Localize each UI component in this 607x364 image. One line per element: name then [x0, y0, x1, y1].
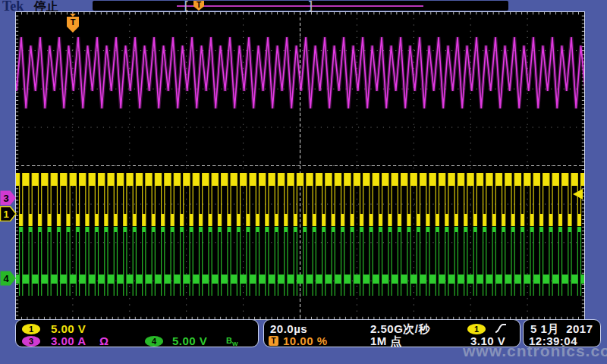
trace-ch4-cap [407, 227, 410, 232]
trace-ch4-edge [530, 227, 530, 296]
trace-ch4-band [335, 275, 341, 284]
trace-ch4-edge [486, 227, 486, 296]
trace-ch1-edge [445, 173, 445, 226]
trace-ch4-cap [275, 227, 278, 232]
trace-ch4-edge [32, 227, 33, 296]
trace-ch1-low [114, 214, 117, 226]
trace-ch1-high [32, 173, 38, 186]
trace-ch4-cap [67, 227, 70, 232]
trace-ch4-edge [448, 227, 448, 296]
trace-ch4-edge [249, 227, 250, 296]
trace-ch1-edge [208, 173, 209, 226]
trace-ch4-cap [370, 227, 373, 232]
trace-ch4-edge [142, 227, 143, 296]
trace-ch1-low [152, 214, 155, 226]
trace-ch4-band [51, 275, 57, 284]
trace-ch1-low [407, 214, 410, 226]
record-overview-bar[interactable]: [ ] T [93, 1, 508, 11]
trace-ch1-low [162, 214, 165, 226]
trace-ch1-high [184, 173, 190, 186]
trace-ch4-edge [464, 227, 464, 296]
trace-ch4-edge [294, 227, 294, 296]
trace-ch4-cap [190, 227, 193, 232]
trace-ch1-high [212, 173, 218, 186]
trace-ch1-low [426, 214, 429, 226]
trace-ch1-edge [454, 173, 455, 226]
trace-ch4-cap [549, 227, 552, 232]
trace-ch1-edge [133, 173, 134, 226]
trace-ch1-high [80, 173, 86, 186]
trace-ch4-edge [183, 227, 184, 296]
trace-ch4-edge [47, 227, 48, 296]
trigger-source-badge: 1 [467, 324, 486, 334]
trace-ch4-edge [246, 227, 247, 296]
trace-ch4-cap [322, 227, 326, 232]
trace-ch1-low [351, 214, 354, 226]
trace-ch1-low [322, 214, 326, 226]
trace-ch4-edge [341, 227, 341, 296]
trace-ch1-edge [426, 173, 426, 226]
trace-ch1-high [269, 173, 275, 186]
trace-ch4-edge [22, 227, 23, 296]
trace-ch4-edge [360, 227, 360, 296]
trace-ch1-high [165, 173, 171, 186]
trace-ch1-low [445, 214, 448, 226]
trace-ch1-low [549, 214, 552, 226]
trace-ch1-low [388, 214, 392, 226]
channel-marker-3[interactable]: 3 [0, 190, 17, 206]
trace-ch1-high [571, 173, 577, 186]
trace-ch4-edge [278, 227, 278, 296]
trigger-level-arrow[interactable] [571, 188, 584, 200]
trace-ch4-band [373, 275, 379, 284]
trace-ch4-edge [189, 227, 190, 296]
trace-ch4-band [486, 275, 492, 284]
trace-ch4-edge [410, 227, 410, 296]
trace-ch4-edge [41, 227, 42, 296]
trace-ch1-edge [199, 173, 200, 226]
trace-ch4-edge [363, 227, 363, 296]
trace-ch4-edge [164, 227, 165, 296]
trace-ch4-cap [266, 227, 269, 232]
trace-ch4-cap [304, 227, 307, 232]
channel-marker-4[interactable]: 4 [0, 271, 17, 286]
trace-ch4-cap [29, 227, 32, 232]
trace-ch4-edge [577, 227, 578, 296]
trace-ch1-edge [558, 173, 559, 226]
trace-ch1-low [247, 214, 250, 226]
trace-ch4-cap [426, 227, 429, 232]
trace-ch4-cap [181, 227, 184, 232]
trace-ch1-edge [95, 173, 96, 226]
trace-ch4-cap [483, 227, 486, 232]
trace-ch1-low [256, 214, 259, 226]
trigger-position-stem [70, 14, 76, 17]
trace-ch1-edge [28, 173, 29, 226]
oscilloscope-screen: Tek 停止 [ ] T T 3 1 4 [0, 0, 607, 364]
trace-ch1-edge [521, 173, 521, 226]
trace-ch1-low [332, 214, 335, 226]
overview-trigger-badge[interactable]: T [193, 1, 204, 11]
trace-ch4-cap [521, 227, 524, 232]
trigger-position-marker[interactable]: T [66, 14, 80, 34]
trace-ch4-band [571, 275, 577, 284]
trace-ch1-low [133, 214, 136, 226]
trace-ch4-band [108, 275, 114, 284]
trace-ch1-high [401, 173, 407, 186]
trace-ch4-band [165, 275, 171, 284]
window-bracket-right[interactable]: ] [309, 0, 313, 11]
graticule-and-traces [16, 12, 584, 319]
trace-ch1-edge [256, 173, 256, 226]
channel-marker-1[interactable]: 1 [0, 206, 17, 221]
trace-ch4-band [184, 275, 190, 284]
trace-ch4-band [533, 275, 539, 284]
trace-ch1-low [105, 214, 108, 226]
trace-ch4-band [70, 275, 76, 284]
trace-ch4-edge [256, 227, 256, 296]
trace-ch4-edge [88, 227, 89, 296]
trace-ch1-low [539, 214, 543, 226]
trace-ch4-edge [193, 227, 193, 296]
trace-ch4-band [316, 275, 322, 284]
trace-ch4-band [392, 275, 398, 284]
trace-ch1-low [20, 214, 23, 226]
window-bracket-left[interactable]: [ [184, 0, 188, 11]
trace-ch1-high [514, 173, 521, 186]
